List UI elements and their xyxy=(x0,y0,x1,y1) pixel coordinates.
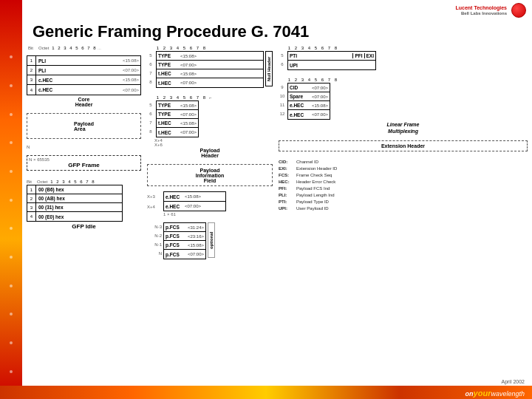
idle-box: 1 00 (B6) hex 2 00 (AB) hex 3 00 (31) he… xyxy=(27,185,123,222)
ext-header-label: Extension Header xyxy=(381,143,425,149)
bottom-brand: onyourwavelength xyxy=(466,389,525,398)
main-content: Bit Octet 1 2 3 4 5 6 7 8 ... 1 PLI xyxy=(22,43,532,386)
abbrev-pli: PLI:Payload Length Ind xyxy=(279,192,528,199)
logo-text: Lucent Technologies xyxy=(456,4,508,11)
row-num-1: 1 xyxy=(27,56,36,65)
pti-box: PTI PFI EXI UPI xyxy=(287,51,376,70)
logo-area: Lucent Technologies Bell Labs Innovation… xyxy=(456,3,527,18)
pfcs-section: X+3 e.HEC <15:08> X+4 e.HEC <07:00> xyxy=(147,191,273,216)
abbrev-cid: CID:Channel ID xyxy=(279,159,528,166)
null-header-vertical: Null Header xyxy=(265,51,273,86)
gfp-idle-label: GFP Idle xyxy=(27,223,141,230)
linear-frame-label: Linear Frame Multiplexing xyxy=(279,121,528,134)
payload-info-box: PayloadInformationField xyxy=(147,164,273,186)
right-column: 1 2 3 4 5 6 7 8 56 PTI xyxy=(279,46,528,383)
ext-header-label-box: Extension Header xyxy=(279,140,528,151)
middle-column: 1 2 3 4 5 6 7 8 5678 TYPE xyxy=(147,46,273,383)
bg-bottom-bar xyxy=(0,386,532,399)
payload-header-section: 1 2 3 4 5 6 7 8 ⌐ 5678 TYPE xyxy=(147,95,273,158)
bit-label: Bit xyxy=(28,46,38,50)
payload-header-label: PayloadHeader xyxy=(147,148,273,158)
abbrev-pti: PTI:Payload Type ID xyxy=(279,199,528,205)
row-num-2: 2 xyxy=(27,66,36,75)
row-pli2-label: PLI xyxy=(36,68,123,73)
pfcs-table-section: N-3N-2N-1N p.FCS <31:24> p.FCS <23:16> p… xyxy=(147,222,273,259)
gfp-frame-outer: N × 65535 GFP Frame xyxy=(27,155,141,171)
date-label: April 2002 xyxy=(501,379,525,384)
abbrev-fcs: FCS:Frame Check Seq xyxy=(279,172,528,179)
payload-info-label: PayloadInformationField xyxy=(196,168,225,183)
page-title: Generic Framing Procedure G. 7041 xyxy=(27,21,532,43)
core-header-label: CoreHeader xyxy=(27,97,141,107)
n-label: N xyxy=(27,145,30,149)
octet-label: Octet xyxy=(38,46,50,50)
payload-area-box: PayloadArea xyxy=(27,113,141,139)
core-header-box: 1 PLI <15:08> 2 PLI <07:00> 3 c.HEC xyxy=(27,55,141,95)
header: Lucent Technologies Bell Labs Innovation… xyxy=(22,0,532,21)
row-chec1-bits: <15:08> xyxy=(123,78,140,82)
row-pli1-label: PLI xyxy=(36,58,123,64)
row-num-4: 4 xyxy=(27,85,36,95)
left-column: Bit Octet 1 2 3 4 5 6 7 8 ... 1 PLI xyxy=(27,46,141,383)
abbrev-exi: EXI:Extension Header ID xyxy=(279,166,528,172)
abbrev-pfi: PFI:Payload FCS Ind xyxy=(279,185,528,192)
row-pli1-bits: <15:08> xyxy=(123,58,140,63)
abbrev-hec: HEC:Header Error Check xyxy=(279,179,528,185)
optional-label: optional xyxy=(208,222,215,258)
gfp-idle-section: Bit Octet 1 2 3 4 5 6 7 8 1 00 (B6) hex xyxy=(27,180,141,230)
diagram-container: Bit Octet 1 2 3 4 5 6 7 8 ... 1 PLI xyxy=(27,46,528,383)
ext-header-right: 1 2 3 4 5 6 7 8 9101112 CID xyxy=(279,78,528,134)
ext-detail-box: CID <07:00> Spare <07:00> e.HEC <15:08> xyxy=(287,83,330,120)
payload-header-box: TYPE <15:08> TYPE <07:00> t.HEC <15:08> xyxy=(156,100,199,137)
null-header-right: 1 2 3 4 5 6 7 8 56 PTI xyxy=(279,46,528,70)
pfcs-box: p.FCS <31:24> p.FCS <23:16> p.FCS <15:08… xyxy=(163,222,206,259)
abbreviations-list: CID:Channel ID EXI:Extension Header ID F… xyxy=(279,159,528,212)
logo-tagline: Bell Labs Innovations xyxy=(456,11,508,17)
row-chec2-bits: <07:00> xyxy=(123,88,140,92)
logo-circle xyxy=(511,3,526,18)
dot-pattern xyxy=(1,43,21,386)
row-chec2-label: c.HEC xyxy=(36,87,123,92)
gfp-frame-label: GFP Frame xyxy=(29,162,139,168)
null-header-section: 1 2 3 4 5 6 7 8 5678 TYPE xyxy=(147,46,273,88)
payload-area-label: PayloadArea xyxy=(74,121,94,132)
null-header-box: TYPE <15:08> TYPE <07:00> t.HEC <15:08> xyxy=(156,51,264,88)
row-pli2-bits: <07:00> xyxy=(123,68,140,72)
row-chec1-label: c.HEC xyxy=(36,78,123,83)
abbrev-upi: UPI:User Payload ID xyxy=(279,205,528,212)
row-num-3: 3 xyxy=(27,75,36,84)
